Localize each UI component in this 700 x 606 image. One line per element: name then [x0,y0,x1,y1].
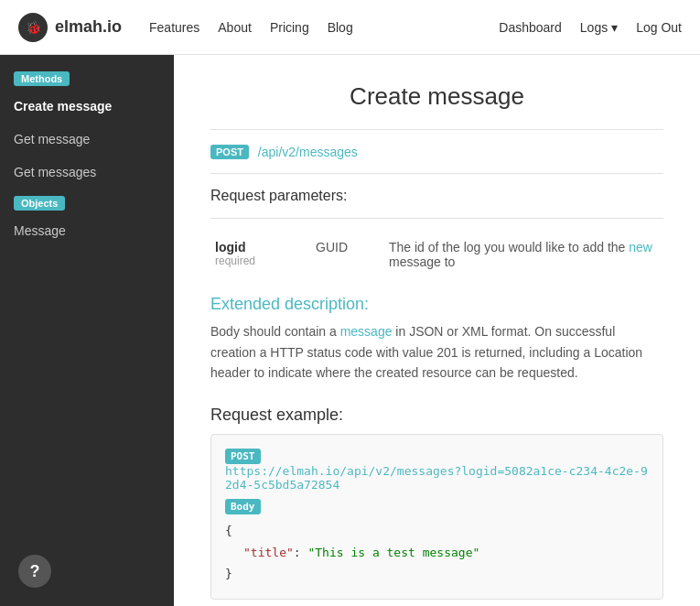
main-container: Methods Create message Get message Get m… [0,55,700,606]
page-title: Create message [210,82,663,111]
code-line-2: "title": "This is a test message" [225,542,649,563]
extended-text: Body should contain a message in JSON or… [210,321,663,383]
nav-links: Features About Pricing Blog [149,16,499,39]
objects-badge: Objects [14,196,65,211]
title-divider [210,129,663,130]
table-row: logid required GUID The id of the log yo… [210,233,663,276]
sidebar-item-get-messages[interactable]: Get messages [0,156,174,189]
param-type: GUID [311,233,384,276]
code-url: https://elmah.io/api/v2/messages?logid=5… [225,464,649,492]
extended-link[interactable]: message [340,324,393,339]
brand-name: elmah.io [55,17,122,37]
navbar: 🐞 elmah.io Features About Pricing Blog D… [0,0,700,55]
code-line-1: { [225,520,649,541]
param-name: logid [215,240,307,254]
chevron-down-icon: ▾ [611,20,618,35]
nav-logout[interactable]: Log Out [636,20,682,35]
params-divider [210,218,663,219]
code-method-badge: POST [225,449,261,464]
content-area: Create message POST /api/v2/messages Req… [174,55,700,606]
sidebar-item-message[interactable]: Message [0,214,174,247]
method-badge: POST [210,145,249,159]
nav-dashboard[interactable]: Dashboard [499,16,562,39]
methods-badge: Methods [14,71,70,86]
endpoint-divider [210,173,663,174]
nav-logs-dropdown[interactable]: Logs ▾ [580,20,618,35]
nav-right: Dashboard Logs ▾ Log Out [499,16,682,39]
endpoint-line: POST /api/v2/messages [210,144,663,159]
nav-about[interactable]: About [218,16,252,39]
help-button[interactable]: ? [18,555,51,588]
param-highlight: new [629,240,652,254]
sidebar: Methods Create message Get message Get m… [0,55,174,606]
example-title: Request example: [210,406,663,425]
code-line-3: } [225,563,649,584]
endpoint-url: /api/v2/messages [258,145,358,159]
param-desc: The id of the log you would like to add … [384,233,663,276]
request-params-title: Request parameters: [210,188,663,204]
code-url-line: POST https://elmah.io/api/v2/messages?lo… [225,449,649,492]
param-desc-text: The id of the log you would like to add … [389,240,652,269]
code-block: { "title": "This is a test message" } [225,520,649,584]
nav-blog[interactable]: Blog [328,16,353,39]
body-badge: Body [225,499,261,514]
params-table: logid required GUID The id of the log yo… [210,233,663,276]
sidebar-item-get-message[interactable]: Get message [0,123,174,156]
extended-title: Extended description: [210,295,663,314]
extended-text-1: Body should contain a [210,324,340,339]
sidebar-item-create-message[interactable]: Create message [0,90,174,123]
code-example-box: POST https://elmah.io/api/v2/messages?lo… [210,434,663,599]
brand-logo[interactable]: 🐞 elmah.io [18,13,122,42]
param-required: required [215,254,307,267]
nav-pricing[interactable]: Pricing [270,16,309,39]
brand-icon: 🐞 [18,13,48,42]
nav-features[interactable]: Features [149,16,199,39]
